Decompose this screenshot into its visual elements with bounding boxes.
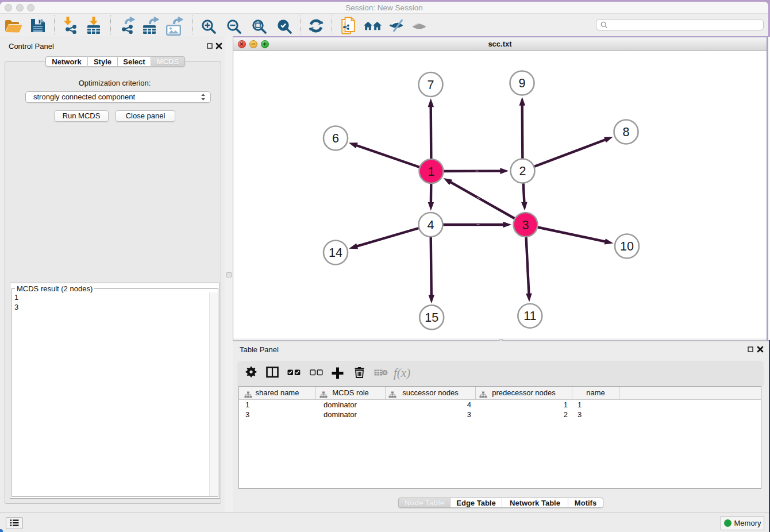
svg-text:8: 8 — [623, 125, 630, 139]
svg-text:1: 1 — [428, 165, 435, 179]
svg-text:6: 6 — [332, 132, 339, 145]
svg-text:7: 7 — [428, 78, 434, 92]
svg-text:11: 11 — [523, 309, 536, 323]
svg-text:9: 9 — [519, 76, 526, 90]
svg-text:14: 14 — [329, 246, 342, 260]
svg-text:15: 15 — [425, 311, 438, 325]
svg-text:2: 2 — [519, 164, 526, 178]
svg-text:3: 3 — [522, 218, 529, 232]
svg-text:10: 10 — [620, 240, 634, 253]
svg-text:4: 4 — [428, 218, 434, 232]
